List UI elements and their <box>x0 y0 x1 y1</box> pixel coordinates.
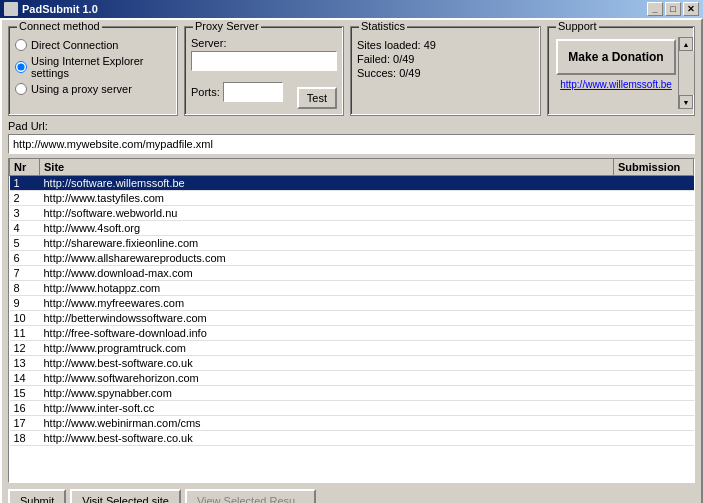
cell-submission <box>614 326 694 341</box>
cell-site: http://www.download-max.com <box>40 266 614 281</box>
table-row[interactable]: 9http://www.myfreewares.com <box>10 296 694 311</box>
table-row[interactable]: 4http://www.4soft.org <box>10 221 694 236</box>
title-bar-controls[interactable]: _ □ ✕ <box>647 2 699 16</box>
col-site: Site <box>40 159 614 176</box>
radio-ie-label: Using Internet Explorer settings <box>31 55 171 79</box>
cell-submission <box>614 356 694 371</box>
table-row[interactable]: 6http://www.allsharewareproducts.com <box>10 251 694 266</box>
radio-proxy-input[interactable] <box>15 83 27 95</box>
server-field: Server: <box>191 37 337 71</box>
support-label: Support <box>556 20 599 32</box>
statistics-panel: Statistics Sites loaded: 49 Failed: 0/49… <box>350 26 541 116</box>
top-panels: Connect method Direct Connection Using I… <box>8 26 695 116</box>
table-row[interactable]: 13http://www.best-software.co.uk <box>10 356 694 371</box>
cell-site: http://www.inter-soft.cc <box>40 401 614 416</box>
support-panel: Support Make a Donation http://www.wille… <box>547 26 695 116</box>
table-row[interactable]: 5http://shareware.fixieonline.com <box>10 236 694 251</box>
cell-submission <box>614 371 694 386</box>
cell-site: http://www.4soft.org <box>40 221 614 236</box>
sites-loaded: Sites loaded: 49 <box>357 39 534 51</box>
radio-proxy[interactable]: Using a proxy server <box>15 83 171 95</box>
port-label: Ports: <box>191 86 220 98</box>
support-link[interactable]: http://www.willemssoft.be <box>560 79 672 90</box>
success: Succes: 0/49 <box>357 67 534 79</box>
table-row[interactable]: 2http://www.tastyfiles.com <box>10 191 694 206</box>
table-row[interactable]: 17http://www.webinirman.com/cms <box>10 416 694 431</box>
cell-nr: 17 <box>10 416 40 431</box>
donation-button[interactable]: Make a Donation <box>556 39 676 75</box>
cell-submission <box>614 251 694 266</box>
radio-direct-input[interactable] <box>15 39 27 51</box>
cell-site: http://www.allsharewareproducts.com <box>40 251 614 266</box>
table-row[interactable]: 1http://software.willemssoft.be <box>10 176 694 191</box>
cell-nr: 8 <box>10 281 40 296</box>
cell-site: http://www.spynabber.com <box>40 386 614 401</box>
cell-submission <box>614 191 694 206</box>
server-input[interactable] <box>191 51 337 71</box>
port-row: Ports: Test <box>191 75 337 109</box>
table-row[interactable]: 18http://www.best-software.co.uk <box>10 431 694 446</box>
visit-selected-button[interactable]: Visit Selected site <box>70 489 181 503</box>
cell-submission <box>614 281 694 296</box>
radio-direct[interactable]: Direct Connection <box>15 39 171 51</box>
cell-nr: 3 <box>10 206 40 221</box>
table-row[interactable]: 14http://www.softwarehorizon.com <box>10 371 694 386</box>
server-label: Server: <box>191 37 337 49</box>
cell-submission <box>614 311 694 326</box>
table-row[interactable]: 3http://software.webworld.nu <box>10 206 694 221</box>
cell-submission <box>614 431 694 446</box>
pad-url-section: Pad Url: <box>8 120 695 154</box>
table-row[interactable]: 12http://www.programtruck.com <box>10 341 694 356</box>
table-body: 1http://software.willemssoft.be2http://w… <box>10 176 694 446</box>
cell-site: http://www.hotappz.com <box>40 281 614 296</box>
cell-nr: 7 <box>10 266 40 281</box>
pad-url-input[interactable] <box>8 134 695 154</box>
cell-nr: 9 <box>10 296 40 311</box>
cell-nr: 13 <box>10 356 40 371</box>
radio-ie[interactable]: Using Internet Explorer settings <box>15 55 171 79</box>
cell-site: http://software.webworld.nu <box>40 206 614 221</box>
cell-nr: 18 <box>10 431 40 446</box>
connect-method-panel: Connect method Direct Connection Using I… <box>8 26 178 116</box>
table-row[interactable]: 16http://www.inter-soft.cc <box>10 401 694 416</box>
cell-submission <box>614 386 694 401</box>
table-row[interactable]: 15http://www.spynabber.com <box>10 386 694 401</box>
col-submission: Submission <box>614 159 694 176</box>
cell-site: http://www.myfreewares.com <box>40 296 614 311</box>
table-row[interactable]: 10http://betterwindowssoftware.com <box>10 311 694 326</box>
cell-nr: 16 <box>10 401 40 416</box>
radio-ie-input[interactable] <box>15 61 27 73</box>
title-bar-left: PadSubmit 1.0 <box>4 2 98 16</box>
close-button[interactable]: ✕ <box>683 2 699 16</box>
scroll-up-button[interactable]: ▲ <box>679 37 693 51</box>
cell-site: http://www.best-software.co.uk <box>40 431 614 446</box>
cell-submission <box>614 266 694 281</box>
cell-submission <box>614 206 694 221</box>
cell-nr: 5 <box>10 236 40 251</box>
maximize-button[interactable]: □ <box>665 2 681 16</box>
table-row[interactable]: 11http://free-software-download.info <box>10 326 694 341</box>
cell-site: http://shareware.fixieonline.com <box>40 236 614 251</box>
statistics-content: Sites loaded: 49 Failed: 0/49 Succes: 0/… <box>357 39 534 79</box>
cell-site: http://www.webinirman.com/cms <box>40 416 614 431</box>
cell-site: http://www.best-software.co.uk <box>40 356 614 371</box>
view-result-button[interactable]: View Selected Resu... <box>185 489 316 503</box>
table-wrapper[interactable]: Nr Site Submission 1http://software.will… <box>9 159 694 482</box>
statistics-label: Statistics <box>359 20 407 32</box>
submit-button[interactable]: Submit <box>8 489 66 503</box>
cell-nr: 11 <box>10 326 40 341</box>
title-bar-text: PadSubmit 1.0 <box>22 3 98 15</box>
minimize-button[interactable]: _ <box>647 2 663 16</box>
failed: Failed: 0/49 <box>357 53 534 65</box>
connect-method-label: Connect method <box>17 20 102 32</box>
cell-submission <box>614 341 694 356</box>
table-row[interactable]: 8http://www.hotappz.com <box>10 281 694 296</box>
scroll-down-button[interactable]: ▼ <box>679 95 693 109</box>
cell-site: http://software.willemssoft.be <box>40 176 614 191</box>
port-input[interactable] <box>223 82 283 102</box>
table-row[interactable]: 7http://www.download-max.com <box>10 266 694 281</box>
cell-submission <box>614 221 694 236</box>
cell-site: http://free-software-download.info <box>40 326 614 341</box>
test-button[interactable]: Test <box>297 87 337 109</box>
window-body: Connect method Direct Connection Using I… <box>2 20 701 503</box>
